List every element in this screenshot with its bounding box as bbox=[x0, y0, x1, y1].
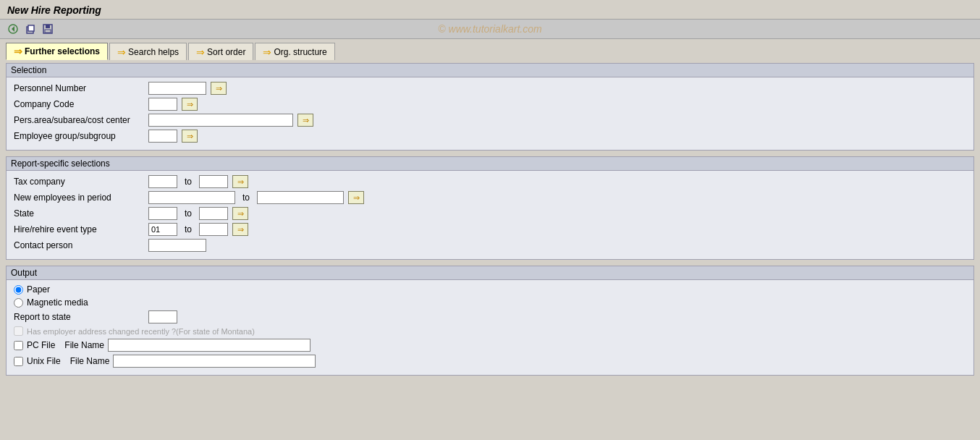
tab-label-sort: Sort order bbox=[207, 47, 245, 57]
tab-org-structure[interactable]: ⇒ Org. structure bbox=[255, 43, 334, 60]
report-to-state-row: Report to state bbox=[14, 310, 966, 323]
selection-header: Selection bbox=[7, 64, 973, 77]
employer-address-row: Has employer address changed recently ?(… bbox=[14, 326, 966, 336]
hire-rehire-label: Hire/rehire event type bbox=[14, 224, 144, 234]
company-code-row: Company Code ⇒ bbox=[14, 98, 966, 111]
personnel-number-input[interactable] bbox=[148, 82, 206, 95]
output-header: Output bbox=[7, 266, 973, 280]
magnetic-radio-row: Magnetic media bbox=[14, 297, 966, 308]
pc-file-name-label: File Name bbox=[64, 340, 104, 350]
report-to-state-input[interactable] bbox=[148, 310, 177, 323]
unix-file-name-label: File Name bbox=[70, 356, 110, 366]
save-icon[interactable] bbox=[41, 22, 55, 36]
new-employees-from-input[interactable] bbox=[148, 191, 235, 204]
tab-bar: ⇒ Further selections ⇒ Search helps ⇒ So… bbox=[0, 39, 980, 60]
unix-file-row: Unix File File Name bbox=[14, 355, 966, 368]
tab-arrow-further: ⇒ bbox=[14, 46, 22, 57]
tax-company-to-label: to bbox=[182, 177, 195, 187]
tab-search-helps[interactable]: ⇒ Search helps bbox=[109, 43, 187, 60]
report-to-state-label: Report to state bbox=[14, 312, 144, 322]
state-label: State bbox=[14, 208, 144, 219]
copy-icon[interactable] bbox=[23, 22, 38, 36]
employee-group-label: Employee group/subgroup bbox=[14, 131, 144, 141]
svg-rect-3 bbox=[28, 25, 34, 31]
paper-radio[interactable] bbox=[14, 285, 23, 295]
magnetic-radio[interactable] bbox=[14, 298, 23, 308]
personnel-number-label: Personnel Number bbox=[14, 83, 144, 93]
hire-rehire-from-input[interactable] bbox=[148, 223, 177, 236]
employer-address-label: Has employer address changed recently ?(… bbox=[27, 327, 255, 336]
personnel-number-row: Personnel Number ⇒ bbox=[14, 82, 966, 95]
hire-rehire-arrow[interactable]: ⇒ bbox=[232, 223, 248, 236]
svg-marker-1 bbox=[12, 26, 14, 32]
pc-file-label: PC File bbox=[27, 340, 55, 350]
output-section: Output Paper Magnetic media Report to st… bbox=[6, 266, 974, 376]
state-arrow[interactable]: ⇒ bbox=[232, 207, 248, 220]
hire-rehire-to-input[interactable] bbox=[199, 223, 228, 236]
tab-label-search: Search helps bbox=[128, 47, 179, 57]
paper-radio-row: Paper bbox=[14, 284, 966, 295]
tab-further-selections[interactable]: ⇒ Further selections bbox=[6, 43, 108, 60]
tax-company-row: Tax company to ⇒ bbox=[14, 175, 966, 188]
paper-label: Paper bbox=[27, 284, 50, 295]
tab-label-org: Org. structure bbox=[274, 47, 326, 57]
company-code-arrow[interactable]: ⇒ bbox=[182, 98, 198, 111]
pc-file-checkbox[interactable] bbox=[14, 341, 23, 350]
new-employees-to-label: to bbox=[240, 192, 253, 203]
unix-file-label: Unix File bbox=[27, 356, 61, 366]
state-to-label: to bbox=[182, 208, 195, 219]
report-body: Tax company to ⇒ New employees in period… bbox=[7, 171, 973, 259]
company-code-label: Company Code bbox=[14, 99, 144, 109]
tax-company-from-input[interactable] bbox=[148, 175, 177, 188]
new-employees-label: New employees in period bbox=[14, 192, 144, 203]
tab-sort-order[interactable]: ⇒ Sort order bbox=[188, 43, 253, 60]
svg-rect-5 bbox=[46, 25, 50, 28]
report-section: Report-specific selections Tax company t… bbox=[6, 156, 974, 260]
unix-file-checkbox[interactable] bbox=[14, 357, 23, 366]
employee-group-input[interactable] bbox=[148, 130, 177, 143]
personnel-number-arrow[interactable]: ⇒ bbox=[211, 82, 227, 95]
magnetic-label: Magnetic media bbox=[27, 297, 88, 308]
pers-area-row: Pers.area/subarea/cost center ⇒ bbox=[14, 114, 966, 127]
hire-rehire-row: Hire/rehire event type to ⇒ bbox=[14, 223, 966, 236]
tax-company-label: Tax company bbox=[14, 177, 144, 187]
report-header: Report-specific selections bbox=[7, 157, 973, 171]
contact-person-row: Contact person bbox=[14, 239, 966, 252]
selection-body: Personnel Number ⇒ Company Code ⇒ Pers.a… bbox=[7, 77, 973, 150]
state-from-input[interactable] bbox=[148, 207, 177, 220]
watermark: © www.tutorialkart.com bbox=[438, 23, 541, 35]
contact-person-input[interactable] bbox=[148, 239, 206, 252]
tab-arrow-sort: ⇒ bbox=[196, 46, 205, 58]
new-employees-row: New employees in period to ⇒ bbox=[14, 191, 966, 204]
pers-area-input[interactable] bbox=[148, 114, 293, 127]
employer-address-checkbox[interactable] bbox=[14, 326, 23, 336]
tax-company-arrow[interactable]: ⇒ bbox=[232, 175, 248, 188]
state-row: State to ⇒ bbox=[14, 207, 966, 220]
tab-arrow-search: ⇒ bbox=[117, 46, 126, 58]
page-title: New Hire Reporting bbox=[0, 0, 980, 19]
new-employees-to-input[interactable] bbox=[257, 191, 344, 204]
pc-file-name-input[interactable] bbox=[108, 339, 311, 352]
employee-group-row: Employee group/subgroup ⇒ bbox=[14, 130, 966, 143]
title-text: New Hire Reporting bbox=[7, 4, 101, 16]
company-code-input[interactable] bbox=[148, 98, 177, 111]
back-icon[interactable] bbox=[6, 22, 20, 36]
pers-area-label: Pers.area/subarea/cost center bbox=[14, 115, 144, 125]
state-to-input[interactable] bbox=[199, 207, 228, 220]
pers-area-arrow[interactable]: ⇒ bbox=[297, 114, 313, 127]
contact-person-label: Contact person bbox=[14, 240, 144, 250]
unix-file-name-input[interactable] bbox=[113, 355, 316, 368]
tax-company-to-input[interactable] bbox=[199, 175, 228, 188]
pc-file-row: PC File File Name bbox=[14, 339, 966, 352]
new-employees-arrow[interactable]: ⇒ bbox=[348, 191, 364, 204]
hire-rehire-to-label: to bbox=[182, 224, 195, 234]
employee-group-arrow[interactable]: ⇒ bbox=[182, 130, 198, 143]
tab-arrow-org: ⇒ bbox=[263, 46, 271, 58]
tab-label-further: Further selections bbox=[25, 46, 100, 56]
toolbar: © www.tutorialkart.com bbox=[0, 19, 980, 39]
selection-section: Selection Personnel Number ⇒ Company Cod… bbox=[6, 63, 974, 151]
output-body: Paper Magnetic media Report to state Has… bbox=[7, 280, 973, 375]
content-area: Selection Personnel Number ⇒ Company Cod… bbox=[0, 60, 980, 387]
svg-rect-6 bbox=[45, 30, 51, 33]
